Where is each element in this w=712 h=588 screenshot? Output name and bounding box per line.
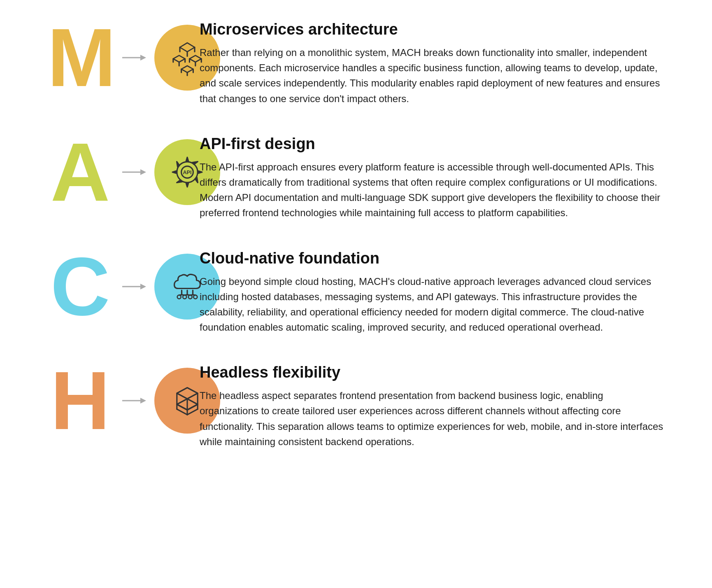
arrow-a (121, 166, 146, 178)
left-section-c: C (47, 245, 187, 328)
svg-line-37 (193, 294, 195, 295)
arrow-m (121, 51, 146, 64)
svg-marker-1 (140, 55, 146, 61)
mach-row-m: M (47, 16, 665, 106)
section-title-c: Cloud-native foundation (200, 250, 665, 267)
svg-text:API: API (183, 170, 192, 175)
mach-row-h: H (47, 359, 665, 449)
right-section-h: Headless flexibility The headless aspect… (200, 359, 665, 449)
svg-marker-40 (177, 388, 198, 399)
svg-line-50 (177, 409, 187, 415)
svg-line-46 (187, 404, 198, 410)
letter-m: M (47, 16, 113, 99)
mach-row-c: C (47, 245, 665, 335)
left-section-a: A API (47, 131, 187, 213)
left-section-m: M (47, 16, 187, 99)
svg-marker-19 (140, 169, 146, 175)
svg-line-45 (177, 404, 187, 410)
right-section-m: Microservices architecture Rather than r… (200, 16, 665, 106)
letter-h: H (47, 359, 113, 442)
mach-row-a: A API (47, 131, 665, 221)
right-section-a: API-first design The API-first approach … (200, 131, 665, 221)
letter-a: A (47, 131, 113, 213)
section-title-h: Headless flexibility (200, 364, 665, 381)
svg-line-51 (187, 409, 198, 415)
left-section-h: H (47, 359, 187, 442)
section-body-h: The headless aspect separates frontend p… (200, 388, 665, 449)
svg-marker-6 (173, 56, 185, 62)
section-body-c: Going beyond simple cloud hosting, MACH'… (200, 274, 665, 335)
svg-marker-14 (181, 66, 193, 72)
mach-container: M (47, 16, 665, 449)
letter-c: C (47, 245, 113, 328)
arrow-h (121, 394, 146, 407)
right-section-c: Cloud-native foundation Going beyond sim… (200, 245, 665, 335)
section-body-a: The API-first approach ensures every pla… (200, 159, 665, 221)
section-title-a: API-first design (200, 135, 665, 153)
svg-marker-2 (180, 43, 195, 52)
svg-marker-24 (140, 284, 146, 289)
section-title-m: Microservices architecture (200, 21, 665, 38)
svg-marker-39 (140, 398, 146, 404)
arrow-c (121, 280, 146, 293)
section-body-m: Rather than relying on a monolithic syst… (200, 45, 665, 106)
